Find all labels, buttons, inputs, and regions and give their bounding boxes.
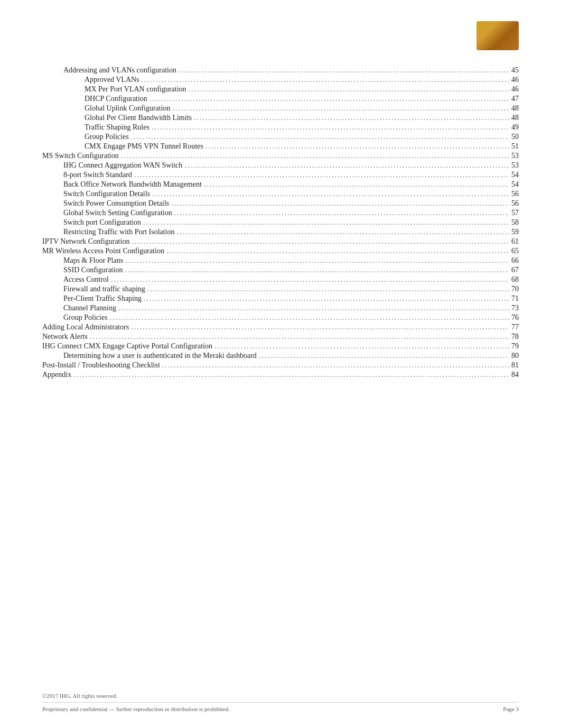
toc-entry-text: Global Per Client Bandwidth Limits [85,114,192,122]
toc-page-number: 57 [511,209,519,217]
toc-entry-text: Traffic Shaping Rules [85,123,149,132]
toc-item: Restricting Traffic with Port Isolation.… [42,228,519,236]
toc-item: MS Switch Configuration.................… [42,152,519,160]
toc-leaders: ........................................… [131,133,509,141]
toc-item: Access Control..........................… [42,275,519,284]
proprietary-text: Proprietary and confidential — further r… [42,706,230,712]
toc-entry-text: Group Policies [63,314,108,322]
toc-page-number: 77 [511,323,519,331]
toc-item: Firewall and traffic shaping............… [42,285,519,293]
toc-leaders: ........................................… [121,152,509,160]
toc-item: Network Alerts..........................… [42,333,519,341]
toc-item: MR Wireless Access Point Configuration..… [42,247,519,255]
toc-leaders: ........................................… [73,371,509,379]
toc-leaders: ........................................… [174,209,509,217]
toc-entry-text: SSID Configuration [63,266,123,274]
toc-leaders: ........................................… [110,314,509,322]
toc-leaders: ........................................… [90,333,509,341]
toc-entry-text: Global Uplink Configuration [85,104,171,113]
toc-entry-text: Addressing and VLANs configuration [63,66,176,75]
toc-page-number: 84 [511,371,519,379]
toc-page-number: 79 [511,342,519,351]
toc-item: Post-Install / Troubleshooting Checklist… [42,361,519,370]
toc-entry-text: MR Wireless Access Point Configuration [42,247,164,255]
toc-page-number: 47 [511,95,519,103]
toc-entry-text: Group Policies [85,133,129,141]
toc-item: Appendix................................… [42,371,519,379]
toc-leaders: ........................................… [152,190,509,198]
toc-item: IPTV Network Configuration..............… [42,237,519,246]
toc-page-number: 58 [511,218,519,227]
toc-page-number: 54 [511,180,519,189]
toc-item: Per-Client Traffic Shaping..............… [42,294,519,303]
toc-entry-text: Restricting Traffic with Port Isolation [63,228,175,236]
toc-page-number: 67 [511,266,519,274]
toc-leaders: ........................................… [125,256,509,265]
toc-item: Global Uplink Configuration.............… [42,104,519,113]
toc-leaders: ........................................… [152,123,509,132]
toc-leaders: ........................................… [171,199,509,208]
toc-page-number: 70 [511,285,519,293]
toc-page-number: 68 [511,275,519,284]
toc-page-number: 73 [511,304,519,312]
ihg-logo [476,21,519,50]
toc-leaders: ........................................… [147,285,509,293]
toc-entry-text: Approved VLANs [85,76,139,84]
toc-entry-text: Switch port Configuration [63,218,141,227]
toc-item: DHCP Configuration......................… [42,95,519,103]
toc-item: Group Policies..........................… [42,133,519,141]
toc-page-number: 66 [511,256,519,265]
toc-item: Maps & Floor Plans......................… [42,256,519,265]
toc-entry-text: CMX Engage PMS VPN Tunnel Routes [85,142,203,151]
toc-entry-text: 8-port Switch Standard [63,171,132,179]
toc-entry-text: Post-Install / Troubleshooting Checklist [42,361,160,370]
toc-page-number: 76 [511,314,519,322]
toc-page-number: 50 [511,133,519,141]
toc-item: Approved VLANs..........................… [42,76,519,84]
toc-page-number: 49 [511,123,519,132]
toc-leaders: ........................................… [214,342,509,351]
toc-page-number: 81 [511,361,519,370]
toc-item: IHG Connect Aggregation WAN Switch......… [42,161,519,170]
toc-item: Global Per Client Bandwidth Limits......… [42,114,519,122]
toc-entry-text: Channel Planning [63,304,116,312]
toc-entry-text: Switch Configuration Details [63,190,150,198]
toc-leaders: ........................................… [142,76,509,84]
toc-entry-text: Switch Power Consumption Details [63,199,169,208]
toc-leaders: ........................................… [134,171,509,179]
toc-leaders: ........................................… [125,266,509,274]
toc-item: SSID Configuration......................… [42,266,519,274]
toc-leaders: ........................................… [131,323,509,331]
table-of-contents: Addressing and VLANs configuration......… [42,66,519,379]
toc-leaders: ........................................… [143,218,509,227]
toc-item: Switch Power Consumption Details........… [42,199,519,208]
toc-leaders: ........................................… [179,66,509,75]
toc-leaders: ........................................… [144,294,509,303]
toc-page-number: 48 [511,114,519,122]
toc-page-number: 80 [511,352,519,360]
toc-entry-text: Per-Client Traffic Shaping [63,294,142,303]
toc-entry-text: Global Switch Setting Configuration [63,209,172,217]
toc-entry-text: MS Switch Configuration [42,152,119,160]
toc-leaders: ........................................… [204,180,509,189]
toc-entry-text: Firewall and traffic shaping [63,285,145,293]
toc-page-number: 46 [511,76,519,84]
toc-entry-text: Maps & Floor Plans [63,256,123,265]
toc-page-number: 65 [511,247,519,255]
toc-item: Group Policies..........................… [42,314,519,322]
toc-leaders: ........................................… [166,247,509,255]
toc-page-number: 53 [511,161,519,170]
toc-leaders: ........................................… [184,161,509,170]
toc-page-number: 61 [511,237,519,246]
page-number: Page 3 [503,706,519,712]
toc-leaders: ........................................… [173,104,509,113]
toc-item: Channel Planning........................… [42,304,519,312]
toc-page-number: 78 [511,333,519,341]
copyright-text: ©2017 IHG. All rights reserved. [42,693,519,699]
toc-leaders: ........................................… [118,304,509,312]
toc-leaders: ........................................… [194,114,509,122]
toc-page-number: 45 [511,66,519,75]
toc-item: Global Switch Setting Configuration.....… [42,209,519,217]
toc-leaders: ........................................… [189,85,509,94]
toc-leaders: ........................................… [205,142,509,151]
